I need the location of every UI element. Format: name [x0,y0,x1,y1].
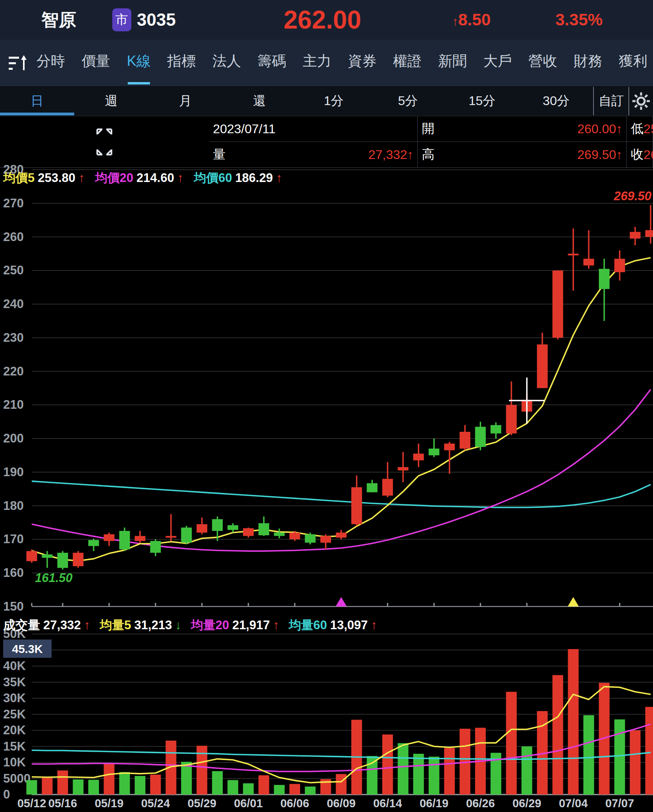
volume-bar[interactable] [228,780,238,795]
candlestick[interactable] [228,525,238,530]
volume-bar[interactable] [398,743,409,795]
legend-item: 均量6013,097↑ [289,617,377,634]
candlestick[interactable] [584,259,594,266]
candlestick[interactable] [274,532,285,536]
volume-bar[interactable] [212,771,223,795]
volume-bar[interactable] [553,675,563,795]
candlestick[interactable] [336,532,347,538]
candlestick[interactable] [599,269,610,289]
candlestick[interactable] [460,432,471,448]
candlestick[interactable] [104,534,115,541]
candlestick[interactable] [212,519,223,531]
volume-bar[interactable] [58,770,68,795]
volume-bar[interactable] [259,775,269,795]
candlestick[interactable] [367,483,378,492]
candlestick[interactable] [73,553,84,566]
volume-bar[interactable] [88,780,99,795]
volume-bar[interactable] [367,756,378,795]
volume-bar[interactable] [429,756,440,795]
candlestick[interactable] [398,467,409,470]
candlestick[interactable] [181,528,192,543]
ma-line [32,389,651,551]
volume-bar[interactable] [135,776,146,795]
volume-bar[interactable] [104,763,115,795]
volume-bar[interactable] [181,762,192,795]
volume-bar[interactable] [413,754,424,795]
chart-label: 25K [3,707,26,721]
candlestick[interactable] [197,524,207,532]
chart-label: 40K [3,659,26,673]
volume-bar[interactable] [382,735,393,795]
chart-label: 240 [3,297,24,311]
chart-label: 06/01 [234,797,263,810]
candlestick[interactable] [413,454,424,460]
volume-bar[interactable] [444,748,455,795]
chart-label: 06/19 [420,797,449,810]
chart-label: 220 [3,364,24,378]
volume-bar[interactable] [150,775,161,795]
volume-bar[interactable] [630,730,641,795]
candlestick[interactable] [321,536,331,543]
candlestick[interactable] [42,554,53,557]
chart-label: 270 [3,196,24,210]
chart-label: 06/06 [280,797,309,810]
chart-label: 150 [3,599,24,613]
chart-label: 45.3K [12,643,42,655]
candlestick[interactable] [553,270,563,338]
chart-label: 06/14 [373,797,402,810]
volume-ma-legend: 成交量27,332↑均量531,213↓均量2021,917↑均量6013,09… [3,617,377,634]
candlestick[interactable] [166,536,177,538]
candlestick[interactable] [568,254,579,255]
volume-bar[interactable] [506,692,517,795]
candlestick[interactable] [630,232,641,239]
candlestick[interactable] [351,487,362,524]
legend-item: 均量531,213↓ [100,617,181,634]
candlestick[interactable] [135,536,146,541]
chart-label: 250 [3,263,24,277]
candlestick[interactable] [243,528,254,536]
volume-bar[interactable] [290,784,300,795]
volume-bar[interactable] [615,719,625,795]
candlestick[interactable] [537,345,548,388]
chart-label: 260 [3,230,24,244]
candlestick[interactable] [475,427,486,447]
volume-bar[interactable] [243,783,254,795]
chart-label: 15K [3,739,26,753]
candlestick[interactable] [615,259,625,272]
volume-bar[interactable] [645,707,653,795]
candlestick[interactable] [119,531,130,550]
kline-chart[interactable]: 2802702602502402302202102001901801701601… [0,0,653,812]
candlestick[interactable] [290,532,300,539]
candlestick[interactable] [305,534,316,543]
candlestick[interactable] [444,444,455,450]
volume-bar[interactable] [119,772,130,795]
volume-bar[interactable] [336,774,347,795]
candlestick[interactable] [259,523,269,536]
volume-bar[interactable] [522,747,532,795]
candlestick[interactable] [382,479,393,496]
candlestick[interactable] [645,230,653,237]
chart-label: 20K [3,723,26,737]
chart-label: 30K [3,691,26,705]
volume-bar[interactable] [73,779,84,795]
chart-label: 200 [3,431,24,445]
volume-bar[interactable] [568,649,579,795]
candlestick[interactable] [491,425,501,433]
candlestick[interactable] [150,541,161,553]
volume-bar[interactable] [27,780,37,795]
volume-bar[interactable] [584,715,594,795]
chart-label: 0 [3,787,10,801]
signal-triangle-icon [336,597,347,607]
low-annotation: 161.50 [35,571,73,585]
candlestick[interactable] [58,553,68,568]
candlestick[interactable] [88,540,99,546]
volume-bar[interactable] [42,778,53,795]
candlestick[interactable] [506,405,517,433]
stock-app: 智原 市 3035 262.00 ↑8.50 3.35% 分時價量K線指標法人籌… [0,0,653,812]
candlestick[interactable] [429,448,440,455]
chart-label: 180 [3,499,24,513]
legend-item: 均價5253.80↑ [3,170,85,186]
volume-bar[interactable] [274,785,285,795]
candlestick[interactable] [27,551,37,561]
volume-bar[interactable] [305,787,316,795]
